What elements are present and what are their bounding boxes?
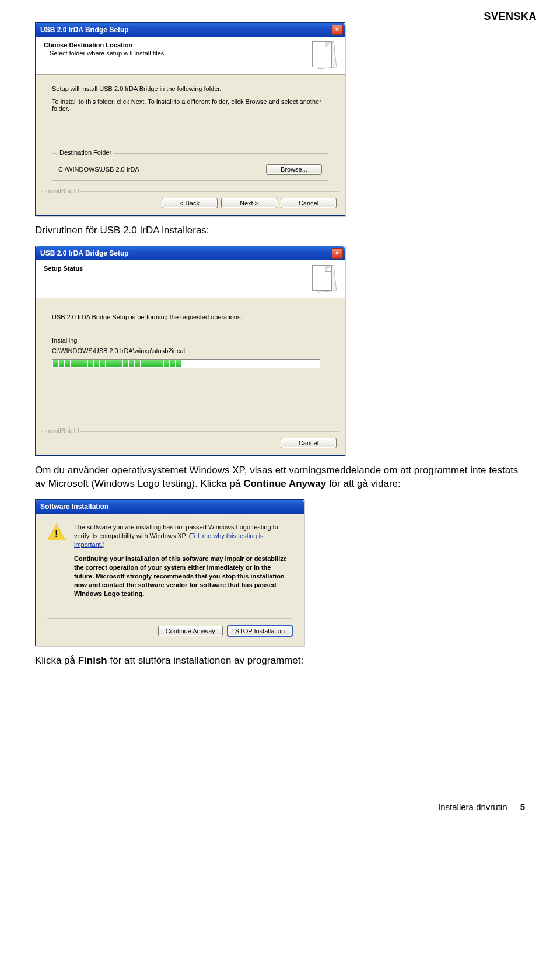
close-icon[interactable]: ×	[331, 25, 343, 35]
titlebar: USB 2.0 IrDA Bridge Setup ×	[36, 246, 345, 260]
dialog-subheading: Select folder where setup will install f…	[50, 50, 166, 57]
groupbox-legend: Destination Folder	[57, 149, 114, 156]
status-text: USB 2.0 IrDA Bridge Setup is performing …	[52, 313, 328, 320]
cancel-button[interactable]: Cancel	[281, 198, 337, 208]
dialog-header: Choose Destination Location Select folde…	[36, 37, 345, 75]
page-footer: Installera drivrutin 5	[35, 802, 525, 812]
installshield-divider: InstallShield	[41, 191, 339, 192]
dialog-setup-status: USB 2.0 IrDA Bridge Setup × Setup Status…	[35, 246, 345, 456]
destination-path: C:\WINDOWS\USB 2.0 IrDA	[58, 166, 139, 173]
document-icon	[312, 265, 339, 292]
doc-text-finish: Klicka på Finish för att slutföra instal…	[35, 654, 525, 668]
cancel-button[interactable]: Cancel	[281, 438, 337, 448]
page-number: 5	[520, 802, 525, 812]
dialog-header: Setup Status	[36, 260, 345, 298]
dialog-body: Setup will install USB 2.0 IrDA Bridge i…	[36, 75, 345, 189]
browse-button[interactable]: Browse...	[266, 164, 322, 175]
installing-path: C:\WINDOWS\USB 2.0 IrDA\winxp\stusb2ir.c…	[52, 347, 328, 354]
warning-paragraph-1: The software you are installing has not …	[74, 523, 292, 549]
dialog-footer: < Back Next > Cancel	[36, 192, 345, 215]
doc-text-installing: Drivrutinen för USB 2.0 IrDA installeras…	[35, 224, 525, 238]
titlebar: USB 2.0 IrDA Bridge Setup ×	[36, 23, 345, 37]
stop-installation-button[interactable]: STOP Installation	[228, 626, 292, 636]
body-text-2: To install to this folder, click Next. T…	[52, 98, 328, 112]
dialog-footer: Cancel	[36, 432, 345, 455]
dialog-choose-destination: USB 2.0 IrDA Bridge Setup × Choose Desti…	[35, 22, 345, 216]
window-title: USB 2.0 IrDA Bridge Setup	[40, 26, 129, 34]
dialog-heading: Choose Destination Location	[44, 41, 166, 48]
next-button[interactable]: Next >	[221, 198, 277, 208]
dialog-heading: Setup Status	[44, 265, 83, 272]
window-title: Software Installation	[40, 503, 108, 511]
body-text-1: Setup will install USB 2.0 IrDA Bridge i…	[52, 85, 328, 92]
dialog-footer: Continue Anyway STOP Installation	[36, 619, 304, 646]
installshield-divider: InstallShield	[41, 431, 339, 432]
page-language-label: SVENSKA	[484, 11, 537, 23]
back-button[interactable]: < Back	[162, 198, 218, 208]
titlebar: Software Installation	[36, 500, 304, 514]
warning-icon: !	[47, 523, 66, 542]
doc-text-xp-warning: Om du använder operativsystemet Windows …	[35, 464, 525, 491]
installshield-label: InstallShield	[43, 187, 80, 194]
warning-body: ! The software you are installing has no…	[36, 514, 304, 613]
installshield-label: InstallShield	[43, 427, 80, 434]
destination-folder-group: Destination Folder C:\WINDOWS\USB 2.0 Ir…	[52, 153, 328, 181]
warning-paragraph-2: Continuing your installation of this sof…	[74, 554, 292, 598]
installing-label: Installing	[52, 337, 328, 344]
dialog-software-installation-warning: Software Installation ! The software you…	[35, 499, 304, 646]
footer-section-label: Installera drivrutin	[438, 802, 507, 812]
continue-anyway-button[interactable]: Continue Anyway	[158, 626, 223, 636]
progress-bar	[52, 359, 320, 368]
document-icon	[312, 41, 339, 68]
close-icon[interactable]: ×	[331, 248, 343, 259]
window-title: USB 2.0 IrDA Bridge Setup	[40, 249, 129, 257]
dialog-body: USB 2.0 IrDA Bridge Setup is performing …	[36, 298, 345, 429]
